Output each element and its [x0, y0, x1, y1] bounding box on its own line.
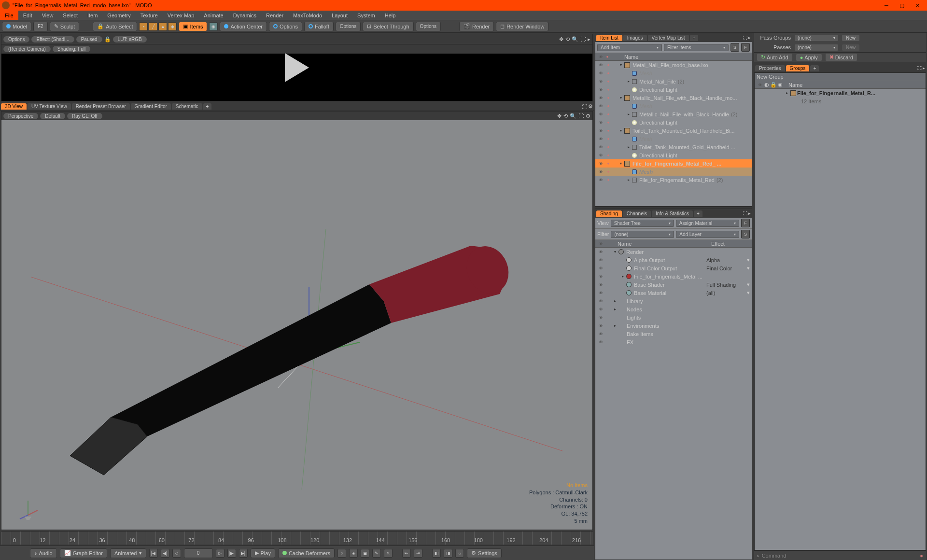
tab-groups[interactable]: Groups — [786, 65, 810, 71]
menu-help[interactable]: Help — [380, 11, 401, 20]
prev-frame-icon[interactable]: ◁ — [172, 549, 181, 558]
shading-tree-row[interactable]: 👁FX — [595, 338, 752, 346]
menu-animate[interactable]: Animate — [199, 11, 228, 20]
shading-tree-row[interactable]: 👁▸Environments — [595, 322, 752, 330]
options-button-2[interactable]: Options — [336, 22, 361, 31]
groups-render-icon[interactable]: ◉ — [777, 82, 784, 88]
key-diamond-icon[interactable]: ◈ — [349, 549, 358, 558]
rotate-icon[interactable]: ⟲ — [565, 36, 570, 42]
menu-dynamics[interactable]: Dynamics — [228, 11, 261, 20]
search-s-icon[interactable]: S — [730, 43, 739, 52]
item-tree-row[interactable]: 👁●Mesh — [595, 69, 752, 77]
animated-dropdown[interactable]: Animated▾ — [110, 548, 146, 558]
vp-gear-icon[interactable]: ⚙ — [586, 113, 590, 119]
options-button-3[interactable]: Options — [416, 22, 441, 31]
prev-key-icon[interactable]: ◀| — [161, 549, 169, 558]
shading-tree-row[interactable]: 👁▸Library — [595, 297, 752, 305]
item-tree-row[interactable]: 👁●▾Metal_Nail_File_modo_base.lxo — [595, 61, 752, 69]
panel-expand-icon[interactable]: ⛶ — [743, 35, 747, 40]
menu-texture[interactable]: Texture — [136, 11, 163, 20]
preview-paused-button[interactable]: Paused — [76, 36, 102, 42]
new-pass-group-button[interactable]: New — [842, 35, 859, 41]
item-tree-row[interactable]: 👁●Directional Light — [595, 151, 752, 159]
autoselect-button[interactable]: 🔒Auto Select — [93, 22, 137, 31]
menu-view[interactable]: View — [37, 11, 58, 20]
falloff-button[interactable]: Falloff — [304, 22, 334, 31]
preview-shading-button[interactable]: Shading: Full — [53, 46, 90, 52]
command-record-icon[interactable]: ● — [920, 553, 923, 559]
item-tree-row[interactable]: 👁●Mesh — [595, 102, 752, 110]
menu-geometry[interactable]: Geometry — [102, 11, 135, 20]
panel-menu-icon[interactable]: ▸ — [748, 211, 751, 216]
pan-icon[interactable]: ✥ — [559, 36, 563, 42]
shading-tree-row[interactable]: 👁Base ShaderFull Shading▾ — [595, 280, 752, 289]
key-circle-icon[interactable]: ○ — [337, 549, 346, 558]
material-mode-icon[interactable]: ◆ — [168, 22, 177, 31]
item-tree-row[interactable]: 👁●▸Toilet_Tank_Mounted_Gold_Handheld ... — [595, 143, 752, 151]
options-button-1[interactable]: Options — [269, 22, 302, 31]
current-frame-input[interactable]: 0 — [184, 548, 213, 558]
groups-name-header[interactable]: Name — [788, 82, 802, 88]
shading-tree-row[interactable]: 👁Bake Items — [595, 330, 752, 338]
tab-gradient-editor[interactable]: Gradient Editor — [131, 103, 171, 110]
misc-2-icon[interactable]: ◨ — [444, 549, 452, 558]
goto-start-icon[interactable]: |◀ — [149, 549, 158, 558]
shading-tree-row[interactable]: 👁Base Material(all)▾ — [595, 289, 752, 297]
apply-button[interactable]: ●Apply — [796, 54, 822, 61]
key-break-icon[interactable]: ⤫ — [384, 549, 393, 558]
tab-add[interactable]: + — [203, 103, 212, 110]
range-end-icon[interactable]: ⇥ — [414, 549, 422, 558]
cache-deformers-button[interactable]: Cache Deformers — [278, 548, 335, 558]
perspective-dropdown[interactable]: Perspective — [3, 113, 38, 119]
polygon-mode-icon[interactable]: ▲ — [158, 22, 167, 31]
item-tree-row[interactable]: 👁●Directional Light — [595, 118, 752, 126]
preview-options-button[interactable]: Options — [3, 36, 29, 42]
tab-add-props[interactable]: + — [810, 65, 819, 71]
items-button[interactable]: ▣Items — [179, 22, 207, 31]
misc-1-icon[interactable]: ◧ — [432, 549, 441, 558]
menu-system[interactable]: System — [352, 11, 380, 20]
panel-menu-icon[interactable]: ▸ — [748, 35, 751, 40]
item-tree-row[interactable]: 👁●Mesh — [595, 168, 752, 176]
raygl-dropdown[interactable]: Ray GL: Off — [67, 113, 102, 119]
item-tree-row[interactable]: 👁●▾File_for_Fingernails_Metal_Red_ ... — [595, 159, 752, 168]
shading-dropdown[interactable]: Default — [40, 113, 65, 119]
vp-pan-icon[interactable]: ✥ — [557, 113, 562, 119]
menu-select[interactable]: Select — [58, 11, 83, 20]
vp-zoom-icon[interactable]: 🔍 — [570, 113, 576, 119]
item-tree-row[interactable]: 👁●▾Toilet_Tank_Mounted_Gold_Handheld_Bi.… — [595, 126, 752, 135]
vp-rotate-icon[interactable]: ⟲ — [563, 113, 568, 119]
shading-tree-row[interactable]: 👁Lights — [595, 313, 752, 322]
item-tree-row[interactable]: 👁●▸Metal_Nail_File(2) — [595, 77, 752, 85]
menu-layout[interactable]: Layout — [327, 11, 352, 20]
maximize-button[interactable]: ▢ — [894, 0, 910, 11]
graph-editor-button[interactable]: 📈Graph Editor — [60, 548, 107, 558]
add-layer-dropdown[interactable]: Add Layer — [676, 231, 739, 238]
audio-button[interactable]: ♪Audio — [30, 548, 57, 558]
groups-solo-icon[interactable]: ◐ — [763, 82, 770, 88]
tab-vertex-map-list[interactable]: Vertex Map List — [648, 35, 689, 41]
lock-toggle-icon[interactable]: 🔒 — [104, 36, 111, 42]
f2-button[interactable]: F2 — [33, 22, 48, 31]
panel-menu-icon[interactable]: ▸ — [923, 66, 925, 70]
preview-effect-button[interactable]: Effect: (Shadi... — [31, 36, 74, 42]
tab-properties[interactable]: Properties — [755, 65, 785, 71]
render-button[interactable]: 🎬Render — [459, 22, 494, 31]
tab-item-list[interactable]: Item List — [596, 35, 622, 41]
range-start-icon[interactable]: ⇤ — [402, 549, 411, 558]
shading-tree-row[interactable]: 👁Alpha OutputAlpha▾ — [595, 256, 752, 264]
search-s2-icon[interactable]: S — [741, 230, 750, 238]
key-box-icon[interactable]: ▣ — [361, 549, 369, 558]
tab-schematic[interactable]: Schematic — [172, 103, 202, 110]
timeline[interactable]: 0122436486072849610812013214415616818019… — [1, 531, 593, 545]
tab-3d-view[interactable]: 3D View — [1, 103, 27, 110]
tab-info-stats[interactable]: Info & Statistics — [652, 210, 693, 217]
menu-edit[interactable]: Edit — [18, 11, 37, 20]
item-tree-row[interactable]: 👁●Directional Light — [595, 85, 752, 94]
shading-name-header[interactable]: Name — [618, 241, 711, 247]
misc-3-icon[interactable]: ☼ — [455, 549, 464, 558]
action-center-button[interactable]: Action Center — [220, 22, 267, 31]
expand-icon[interactable]: ⛶ — [580, 36, 586, 42]
menu-maxtomodo[interactable]: MaxToModo — [288, 11, 327, 20]
panel-expand-icon[interactable]: ⛶ — [917, 66, 922, 70]
